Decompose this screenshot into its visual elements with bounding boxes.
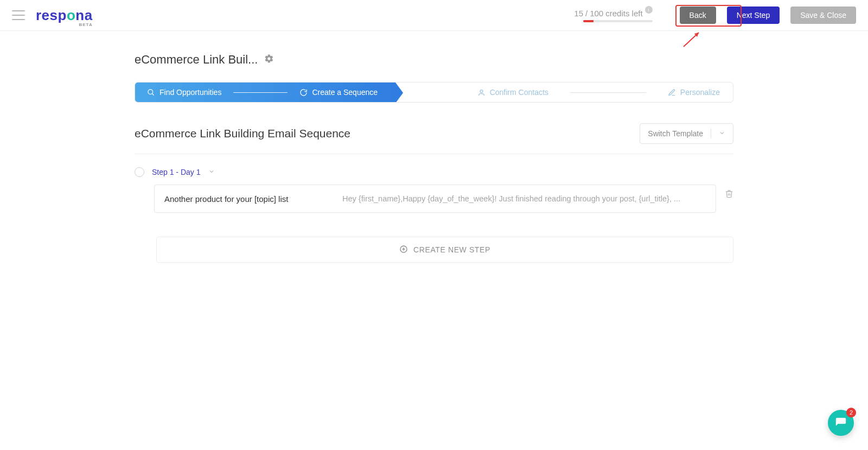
switch-template-dropdown[interactable]: Switch Template: [640, 123, 733, 144]
logo[interactable]: respona BETA: [36, 7, 93, 24]
sequence-step-label: Step 1 - Day 1: [152, 168, 201, 176]
step-label: Create a Sequence: [312, 88, 378, 97]
gear-icon[interactable]: [264, 54, 274, 66]
search-icon: [147, 88, 155, 97]
step-label: Find Opportunities: [159, 88, 221, 97]
stepper-active-segment: Find Opportunities Create a Sequence: [135, 83, 395, 102]
svg-point-2: [148, 89, 153, 94]
svg-point-4: [480, 90, 483, 92]
step-personalize[interactable]: Personalize: [668, 88, 720, 97]
save-close-button[interactable]: Save & Close: [790, 7, 856, 24]
credits-total: 100: [590, 9, 603, 18]
trash-icon[interactable]: [725, 189, 733, 200]
credits-progress-bar: [583, 20, 653, 22]
chat-widget[interactable]: 2: [828, 410, 854, 436]
step-label: Personalize: [680, 88, 720, 97]
credits-indicator: 15/100 credits left i: [574, 9, 652, 22]
next-step-button[interactable]: Next Step: [727, 7, 780, 24]
credits-used: 15: [574, 9, 583, 18]
campaign-title: eCommerce Link Buil...: [135, 53, 258, 67]
step-find-opportunities[interactable]: Find Opportunities: [147, 88, 221, 97]
step-label: Confirm Contacts: [490, 88, 548, 97]
create-new-step-label: CREATE NEW STEP: [413, 245, 490, 254]
logo-beta-badge: BETA: [79, 22, 92, 27]
top-bar: respona BETA 15/100 credits left i Back …: [0, 0, 868, 31]
svg-line-3: [152, 93, 154, 95]
switch-template-label: Switch Template: [648, 129, 703, 138]
email-preview: Hey {first_name},Happy {day_of_the_week}…: [342, 194, 680, 203]
chat-badge: 2: [846, 408, 856, 417]
sequence-step: Step 1 - Day 1 Another product for your …: [135, 167, 733, 263]
hamburger-menu-icon[interactable]: [12, 10, 25, 20]
plus-circle-icon: [399, 245, 408, 255]
personalize-icon: [668, 88, 676, 97]
chat-icon: [835, 417, 847, 429]
chevron-down-icon: [208, 168, 215, 176]
sequence-title: eCommerce Link Building Email Sequence: [135, 127, 350, 140]
email-card[interactable]: Another product for your [topic] list He…: [154, 185, 716, 213]
back-button[interactable]: Back: [680, 7, 716, 24]
step-radio-icon[interactable]: [135, 167, 144, 177]
info-icon[interactable]: i: [645, 6, 653, 14]
email-subject: Another product for your [topic] list: [164, 194, 327, 204]
sequence-step-header[interactable]: Step 1 - Day 1: [135, 167, 733, 177]
campaign-header: eCommerce Link Buil...: [135, 53, 733, 82]
sequence-icon: [299, 88, 308, 97]
step-confirm-contacts[interactable]: Confirm Contacts: [477, 88, 548, 97]
credits-label: credits left: [605, 9, 642, 18]
chevron-down-icon: [719, 129, 725, 138]
workflow-stepper: Find Opportunities Create a Sequence Con…: [135, 82, 733, 103]
main-content: eCommerce Link Buil... Find Opportunitie…: [135, 31, 733, 263]
contacts-icon: [477, 88, 486, 97]
create-new-step-button[interactable]: CREATE NEW STEP: [156, 237, 733, 263]
step-create-sequence[interactable]: Create a Sequence: [299, 88, 378, 97]
section-header: eCommerce Link Building Email Sequence S…: [135, 123, 733, 154]
